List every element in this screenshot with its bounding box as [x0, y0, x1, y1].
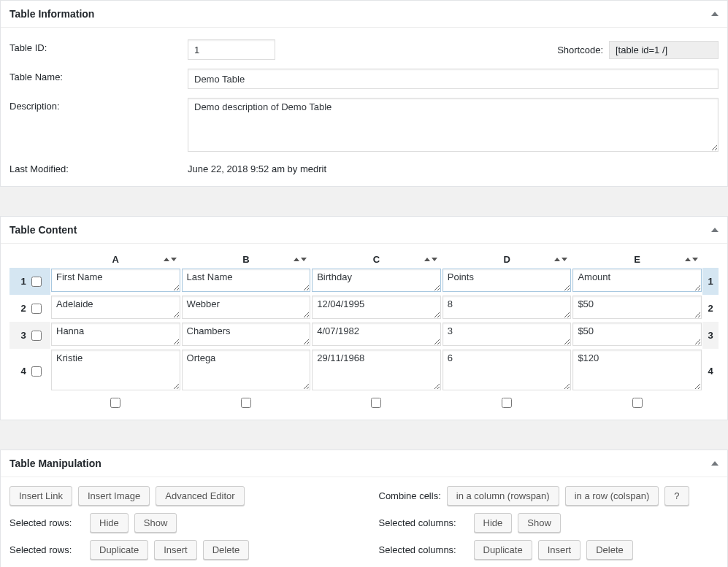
- column-select-checkbox[interactable]: [632, 398, 643, 408]
- hide-columns-button[interactable]: Hide: [474, 513, 513, 533]
- table-cell: [442, 322, 572, 349]
- column-select-checkbox[interactable]: [110, 398, 120, 408]
- column-select-checkbox[interactable]: [241, 398, 251, 408]
- table-cell: [50, 322, 181, 349]
- row-select-checkbox[interactable]: [31, 304, 42, 314]
- table-cell: [311, 268, 442, 295]
- sort-desc-icon[interactable]: [171, 258, 177, 261]
- column-select-checkbox[interactable]: [502, 398, 512, 408]
- sort-asc-icon[interactable]: [424, 258, 430, 261]
- description-input[interactable]: [188, 98, 719, 152]
- delete-columns-button[interactable]: Delete: [586, 540, 633, 560]
- cell-input[interactable]: [572, 296, 702, 319]
- sort-desc-icon[interactable]: [692, 258, 698, 261]
- cell-input[interactable]: [442, 350, 572, 390]
- insert-image-button[interactable]: Insert Image: [78, 486, 150, 506]
- insert-columns-button[interactable]: Insert: [538, 540, 581, 560]
- table-cell: [572, 322, 702, 349]
- hide-rows-button[interactable]: Hide: [90, 513, 129, 533]
- rowspan-button[interactable]: in a column (rowspan): [447, 486, 559, 506]
- row-header: 2: [9, 295, 50, 322]
- table-cell: [311, 322, 442, 349]
- table-content-header[interactable]: Table Content: [1, 217, 727, 244]
- column-header-d[interactable]: D: [442, 251, 572, 268]
- cell-input[interactable]: [442, 323, 572, 346]
- cell-input[interactable]: [312, 296, 441, 319]
- table-id-label: Table ID:: [9, 39, 188, 53]
- table-cell: [572, 349, 702, 393]
- table-content-body: A B C D E 1 1 2 2 3: [1, 244, 727, 420]
- row-number-right: 2: [702, 295, 719, 322]
- table-cell: [442, 349, 572, 393]
- cell-input[interactable]: [51, 350, 180, 390]
- cell-input[interactable]: [182, 296, 311, 319]
- sort-desc-icon[interactable]: [301, 258, 307, 261]
- cell-input[interactable]: [572, 269, 702, 292]
- row-select-checkbox[interactable]: [31, 277, 42, 287]
- row-number-right: 4: [702, 349, 719, 393]
- cell-input[interactable]: [572, 350, 702, 390]
- cell-input[interactable]: [312, 350, 441, 390]
- cell-input[interactable]: [312, 269, 441, 292]
- show-columns-button[interactable]: Show: [518, 513, 561, 533]
- delete-rows-button[interactable]: Delete: [203, 540, 250, 560]
- column-header-a[interactable]: A: [50, 251, 181, 268]
- cell-input[interactable]: [182, 350, 311, 390]
- sort-asc-icon[interactable]: [164, 258, 169, 261]
- show-rows-button[interactable]: Show: [134, 513, 177, 533]
- table-name-input[interactable]: [188, 69, 719, 89]
- table-cell: [181, 322, 312, 349]
- advanced-editor-button[interactable]: Advanced Editor: [156, 486, 244, 506]
- table-grid: A B C D E 1 1 2 2 3: [9, 251, 719, 412]
- column-header-b[interactable]: B: [181, 251, 312, 268]
- cell-input[interactable]: [442, 269, 572, 292]
- sort-asc-icon[interactable]: [554, 258, 560, 261]
- colspan-button[interactable]: in a row (colspan): [565, 486, 659, 506]
- table-cell: [572, 295, 702, 322]
- duplicate-columns-button[interactable]: Duplicate: [474, 540, 532, 560]
- cell-input[interactable]: [182, 323, 311, 346]
- sort-asc-icon[interactable]: [685, 258, 691, 261]
- duplicate-rows-button[interactable]: Duplicate: [90, 540, 148, 560]
- shortcode-value: [table id=1 /]: [609, 41, 719, 59]
- table-information-panel: Table Information Table ID: Shortcode: […: [0, 0, 728, 187]
- row-select-checkbox[interactable]: [31, 331, 42, 341]
- table-manipulation-header[interactable]: Table Manipulation: [1, 450, 727, 477]
- row-select-checkbox[interactable]: [31, 366, 42, 377]
- description-label: Description:: [9, 98, 188, 112]
- row-header: 3: [9, 322, 50, 349]
- table-name-label: Table Name:: [9, 69, 188, 82]
- sort-desc-icon[interactable]: [562, 258, 567, 261]
- table-cell: [50, 349, 181, 393]
- insert-link-button[interactable]: Insert Link: [9, 486, 72, 506]
- table-content-panel: Table Content A B C D E 1 1 2: [0, 216, 728, 420]
- cell-input[interactable]: [182, 269, 311, 292]
- table-information-header[interactable]: Table Information: [1, 1, 727, 28]
- panel-title: Table Content: [9, 224, 77, 236]
- table-manipulation-panel: Table Manipulation Insert Link Insert Im…: [0, 450, 728, 567]
- sort-desc-icon[interactable]: [432, 258, 437, 261]
- cell-input[interactable]: [442, 296, 572, 319]
- row-number-right: 3: [702, 322, 719, 349]
- column-header-e[interactable]: E: [572, 251, 702, 268]
- table-cell: [181, 349, 312, 393]
- table-cell: [442, 295, 572, 322]
- table-cell: [50, 295, 181, 322]
- cell-input[interactable]: [51, 296, 180, 319]
- cell-input[interactable]: [51, 269, 180, 292]
- cell-input[interactable]: [312, 323, 441, 346]
- table-id-input[interactable]: [188, 39, 275, 60]
- help-button[interactable]: ?: [664, 486, 689, 506]
- cell-input[interactable]: [51, 323, 180, 346]
- table-cell: [572, 268, 702, 295]
- insert-rows-button[interactable]: Insert: [154, 540, 197, 560]
- column-select-checkbox[interactable]: [371, 398, 381, 408]
- row-header: 4: [9, 349, 50, 393]
- sort-asc-icon[interactable]: [294, 258, 299, 261]
- row-header: 1: [9, 268, 50, 295]
- column-header-c[interactable]: C: [311, 251, 442, 268]
- collapse-icon[interactable]: [711, 228, 719, 232]
- cell-input[interactable]: [572, 323, 702, 346]
- collapse-icon[interactable]: [711, 461, 719, 466]
- collapse-icon[interactable]: [711, 12, 719, 16]
